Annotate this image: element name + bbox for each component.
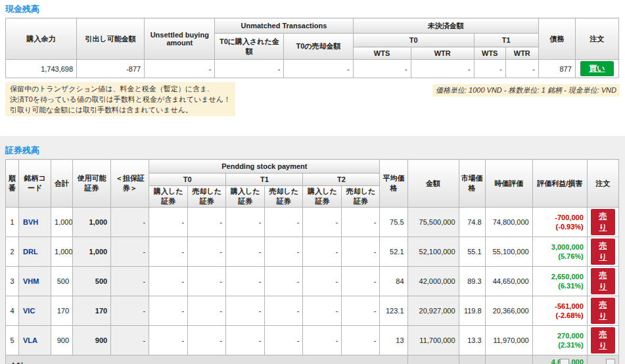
t0-sold-cell: -	[188, 208, 226, 237]
sell-button[interactable]: 売り	[591, 298, 615, 324]
t1-sold-cell: -	[265, 208, 303, 237]
amount-cell: 42,000,000	[407, 267, 459, 296]
total-cell: 900	[51, 326, 73, 355]
total-market-price: -	[459, 355, 485, 364]
avg-price-cell: 13	[380, 326, 407, 355]
row-number: 2	[6, 237, 19, 267]
prev-page-button[interactable]	[560, 359, 569, 364]
unsettled-buying-value: -	[145, 60, 215, 78]
t2-bought-cell: -	[303, 296, 342, 326]
header-order: 注文	[587, 160, 618, 208]
total-cell: 1,000	[51, 208, 73, 237]
gain-value: 2,650,000	[536, 272, 584, 281]
header-available: 使用可能証券	[73, 160, 111, 208]
sell-button[interactable]: 売り	[591, 268, 615, 294]
t1-sold-cell: -	[265, 296, 303, 326]
t0-sold-cell: -	[188, 237, 226, 267]
total-cell: 1,000	[51, 237, 73, 267]
collateral-cell: -	[111, 267, 149, 296]
amount-cell: 52,100,000	[407, 237, 459, 267]
t0-bought-cell: -	[149, 267, 188, 296]
total-cell: 170	[51, 296, 73, 326]
t2-bought-cell: -	[303, 267, 342, 296]
market-price-cell: 119.8	[459, 296, 485, 326]
header-unsettled-buying: Unsettled buying amount	[145, 18, 215, 60]
note-line: 引取り可能な金額には取引手数料は含まれていません。	[10, 104, 231, 115]
header-t0-sold: 売却した証券	[188, 186, 226, 208]
pagination-partial	[560, 359, 615, 364]
header-t2-sold: 売却した証券	[342, 186, 380, 208]
market-value-cell: 74,800,000	[485, 208, 532, 237]
cash-balance-section: 現金残高 購入余力 引出し可能金額 Unsettled buying amoun…	[0, 3, 625, 118]
securities-table: 順番 銘柄コード 合計 使用可能証券 ＜担保証券＞ Pendding stock…	[5, 159, 619, 364]
gain-value: -700,000	[536, 213, 584, 222]
gain-percent: (2.31%)	[536, 340, 584, 350]
header-t1-group: T1	[474, 34, 538, 47]
collateral-cell: -	[111, 296, 149, 326]
available-cell: 1,000	[73, 208, 111, 237]
header-t1-wts: WTS	[474, 47, 505, 60]
avg-price-cell: 52.1	[380, 237, 407, 267]
amount-cell: 11,700,000	[407, 326, 459, 355]
header-pending-group: 未決済金額	[353, 18, 538, 34]
stock-code: BVH	[19, 208, 51, 237]
row-number: 1	[6, 208, 19, 237]
order-cell: 売り	[587, 296, 618, 326]
t0-sold-cell: -	[188, 296, 226, 326]
gain-value: -561,000	[536, 302, 584, 311]
next-page-button[interactable]	[606, 359, 615, 364]
header-t0-wtr: WTR	[411, 47, 474, 60]
collateral-cell: -	[111, 208, 149, 237]
table-row: 3 VHM 500 500 - - - - - - - 84 42,000,00…	[6, 267, 619, 296]
stock-code: VIC	[19, 296, 51, 326]
gain-percent: (-0.93%)	[536, 222, 584, 231]
amount-cell: 75,500,000	[407, 208, 459, 237]
cash-balance-row: 1,743,698 -877 - - - - - - - 877 買い	[6, 60, 619, 78]
header-withdrawable: 引出し可能金額	[77, 18, 145, 60]
table-row: 4 VIC 170 170 - - - - - - - 123.1 20,927…	[6, 296, 619, 326]
table-row: 1 BVH 1,000 1,000 - - - - - - - 75.5 75,…	[6, 208, 619, 237]
market-value-cell: 55,100,000	[485, 237, 532, 267]
buy-button[interactable]: 買い	[580, 61, 613, 76]
order-cell: 売り	[587, 237, 618, 267]
market-price-cell: 55.1	[459, 237, 485, 267]
t0-bought-cell: -	[149, 326, 188, 355]
header-stock-code: 銘柄コード	[19, 160, 51, 208]
row-number: 4	[6, 296, 19, 326]
avg-price-cell: 123.1	[380, 296, 407, 326]
header-unmatched-group: Unmatched Transactions	[215, 18, 353, 34]
table-total-row: 合計 202,227,000 - 206,886,000 4,659,000 (…	[6, 355, 619, 364]
gain-percent: (5.76%)	[536, 252, 584, 261]
header-order: 注文	[575, 18, 618, 60]
header-t0-sold-amount: T0の売却金額	[284, 34, 353, 60]
sell-button[interactable]: 売り	[591, 239, 615, 265]
gain-value: 270,000	[536, 331, 584, 340]
t1-sold-cell: -	[265, 237, 303, 267]
amount-cell: 20,927,000	[407, 296, 459, 326]
header-buying-power: 購入余力	[6, 18, 77, 60]
t0-wts-value: -	[353, 60, 411, 78]
t0-sold-cell: -	[188, 326, 226, 355]
t0-wtr-value: -	[411, 60, 474, 78]
t2-sold-cell: -	[342, 296, 380, 326]
notes-row: 保留中のトランザクション値は、料金と税金（暫定）に含ま. 決済T0を待っている値…	[5, 82, 620, 118]
t1-sold-cell: -	[265, 267, 303, 296]
available-cell: 170	[73, 296, 111, 326]
t1-bought-cell: -	[226, 237, 265, 267]
avg-price-cell: 84	[380, 267, 407, 296]
t0-bought-cell: -	[149, 296, 188, 326]
total-amount: 202,227,000	[407, 355, 459, 364]
header-pending-stock-group: Pendding stock payment	[149, 160, 380, 173]
gain-percent: (6.31%)	[536, 281, 584, 290]
header-t0-wts: WTS	[353, 47, 411, 60]
pager-label	[574, 359, 601, 364]
securities-balance-section: 証券残高 順番 銘柄コード 合計 使用可能証券 ＜担保証券＞ Pendding …	[0, 136, 625, 364]
buying-power-value: 1,743,698	[6, 60, 77, 78]
total-market-value: 206,886,000	[485, 355, 532, 364]
header-market-price: 市場価格	[459, 160, 485, 208]
market-value-cell: 11,970,000	[485, 326, 532, 355]
sell-button[interactable]: 売り	[591, 209, 615, 235]
sell-button[interactable]: 売り	[591, 327, 615, 353]
gain-loss-cell: 2,650,000 (6.31%)	[532, 267, 587, 296]
collateral-cell: -	[111, 237, 149, 267]
